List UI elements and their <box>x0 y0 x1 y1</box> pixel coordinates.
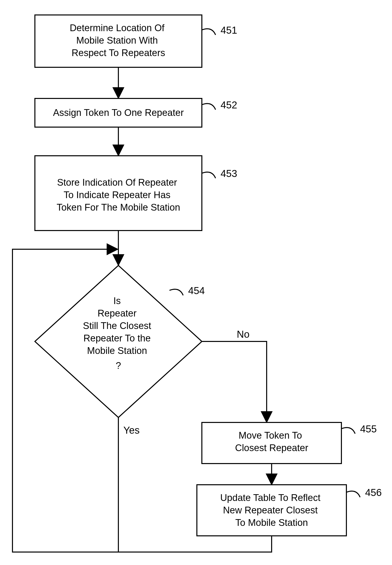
ref-456: 456 <box>365 487 382 498</box>
ref-453: 453 <box>221 168 237 179</box>
arrow-454-no <box>202 341 267 421</box>
step-452-text: Assign Token To One Repeater <box>53 107 184 118</box>
ref-454: 454 <box>188 285 205 296</box>
ref-leader-455 <box>341 428 355 434</box>
step-451-text: Determine Location Of Mobile Station Wit… <box>70 23 167 58</box>
ref-leader-453 <box>202 172 216 178</box>
step-453-text: Store Indication Of Repeater To Indicate… <box>57 177 180 213</box>
ref-leader-451 <box>202 29 216 35</box>
ref-leader-454 <box>169 289 183 296</box>
step-456-text: Update Table To Reflect New Repeater Clo… <box>220 492 323 528</box>
ref-451: 451 <box>221 25 237 36</box>
edge-no-label: No <box>237 329 249 340</box>
ref-leader-452 <box>202 104 216 110</box>
ref-leader-456 <box>346 491 360 497</box>
arrow-456-merge <box>118 536 272 552</box>
ref-452: 452 <box>221 99 237 110</box>
edge-yes-label: Yes <box>123 425 140 436</box>
flowchart: Determine Location Of Mobile Station Wit… <box>0 0 392 565</box>
ref-455: 455 <box>360 423 377 434</box>
